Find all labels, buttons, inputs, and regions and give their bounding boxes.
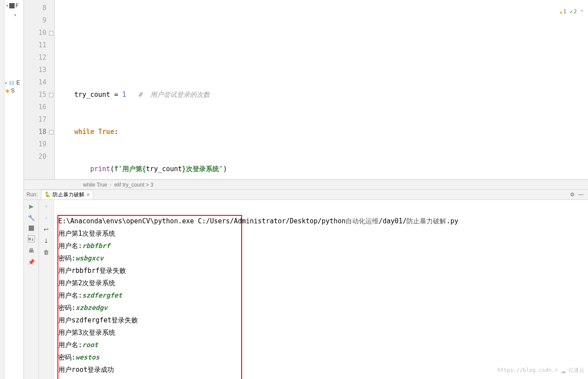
line-number[interactable]: 11 <box>24 39 54 51</box>
line-number[interactable]: 13 <box>24 64 54 76</box>
line-number[interactable]: 9 <box>24 14 54 27</box>
watermark-url: https://blog.csdn.r <box>497 364 558 376</box>
line-number[interactable]: 12 <box>24 51 54 64</box>
chevron-right-icon: ▸ <box>5 80 8 85</box>
breadcrumb-item[interactable]: elif try_count > 3 <box>114 182 153 188</box>
inspection-widget[interactable]: 1 2 ⌃ <box>560 5 584 18</box>
line-number[interactable]: 20 <box>24 150 54 163</box>
run-tool-header: Run: 🐍 防止暴力破解 ✕ ⚙ — <box>24 189 588 200</box>
project-tool-window[interactable]: ▾ F ▾ ▸ ⫿⫿ E ◆ S <box>4 0 24 379</box>
clear-icon[interactable]: 🗑 <box>43 249 50 256</box>
command-line: E:\Anaconda\envs\openCV\python.exe C:/Us… <box>58 217 459 225</box>
chevron-down-icon[interactable]: ▾ <box>6 4 8 8</box>
output-line: 用户第3次登录系统 <box>58 329 115 337</box>
pin-icon[interactable]: 📌 <box>28 258 35 265</box>
code-line[interactable]: print(f'用户第{try_count}次登录系统') <box>58 163 588 175</box>
weak-warning-count[interactable]: 2 <box>570 5 577 18</box>
up-icon[interactable]: ↑ <box>43 203 50 210</box>
line-number[interactable]: 8 <box>24 2 54 14</box>
output-line: 用户第1次登录系统 <box>58 230 115 237</box>
exit-code-icon[interactable]: ≡↓ <box>28 235 35 242</box>
run-label: Run: <box>27 191 38 198</box>
output-line: 用户名:szdfergfet <box>58 291 122 299</box>
gear-icon[interactable]: ⚙ <box>568 191 577 198</box>
run-toolbar-secondary: ↑ ↓ ↩ ⤓ 🗑 <box>39 200 54 379</box>
soft-wrap-icon[interactable]: ↩ <box>43 226 50 233</box>
line-number[interactable]: 10 <box>24 27 54 39</box>
wrench-icon[interactable]: 🔧 <box>28 214 35 221</box>
code-line[interactable]: try_count = 1 # 用户尝试登录的次数 <box>58 88 588 101</box>
run-toolbar-primary: ▶ 🔧 ≡↓ 🖶 📌 <box>24 200 39 379</box>
main-area: 8 9 10 11 12 13 14 15 16 17 18 19 20 1 2… <box>24 0 588 379</box>
tool-window-button[interactable]: ▸ ⫿⫿ E <box>4 80 23 86</box>
output-line: 密码:westos <box>58 353 99 361</box>
chevron-up-icon[interactable]: ⌃ <box>580 6 584 18</box>
line-number[interactable]: 14 <box>24 76 54 88</box>
chevron-right-icon: › <box>110 182 112 188</box>
breadcrumb[interactable]: while True › elif try_count > 3 <box>24 180 588 189</box>
down-icon[interactable]: ↓ <box>43 214 50 221</box>
output-line: 密码:wsbgxcv <box>58 254 103 262</box>
minimize-icon[interactable]: — <box>577 191 585 198</box>
project-child-node[interactable]: ▾ <box>4 11 23 18</box>
console-output[interactable]: E:\Anaconda\envs\openCV\python.exe C:/Us… <box>54 200 588 379</box>
line-number-gutter[interactable]: 8 9 10 11 12 13 14 15 16 17 18 19 20 <box>24 0 55 179</box>
output-line: 用户rbbfbrf登录失败 <box>58 267 126 275</box>
output-line: 用户szdfergfet登录失败 <box>58 316 138 324</box>
tool-window-button-2[interactable]: ◆ S <box>4 88 23 94</box>
structure-label: E <box>16 80 20 86</box>
chevron-down-icon[interactable]: ▾ <box>14 13 16 17</box>
close-icon[interactable]: ✕ <box>86 192 90 198</box>
scroll-to-end-icon[interactable]: ⤓ <box>43 237 50 244</box>
watermark-logo-icon: ☁ <box>561 364 566 376</box>
python-icon: 🐍 <box>44 191 51 198</box>
output-line: 用户名:rbbfbrf <box>58 242 110 250</box>
line-number[interactable]: 17 <box>24 113 54 126</box>
run-body: ▶ 🔧 ≡↓ 🖶 📌 ↑ ↓ ↩ ⤓ 🗑 E:\Anaconda\envs\op… <box>24 200 588 379</box>
project-root-row[interactable]: ▾ F <box>4 2 23 10</box>
output-line: 用户第2次登录系统 <box>58 279 115 287</box>
left-gutter-bar <box>0 0 4 379</box>
line-number[interactable]: 18 <box>24 126 54 138</box>
watermark: https://blog.csdn.r ☁ 亿速云 <box>497 364 584 376</box>
line-number[interactable]: 19 <box>24 138 54 150</box>
breadcrumb-item[interactable]: while True <box>83 182 107 188</box>
watermark-brand: 亿速云 <box>569 364 584 376</box>
line-number[interactable]: 16 <box>24 101 54 113</box>
print-icon[interactable]: 🖶 <box>28 247 35 254</box>
folder-icon <box>9 3 15 8</box>
run-tab[interactable]: 🐍 防止暴力破解 ✕ <box>41 190 93 199</box>
code-line[interactable]: while True: <box>58 126 588 138</box>
run-tab-label: 防止暴力破解 <box>53 191 84 199</box>
code-area[interactable]: 1 2 ⌃ try_count = 1 # 用户尝试登录的次数 while Tr… <box>55 0 588 179</box>
code-line[interactable] <box>58 51 588 64</box>
line-number[interactable]: 15 <box>24 88 54 101</box>
service-icon: ◆ <box>5 88 9 94</box>
rerun-icon[interactable]: ▶ <box>28 203 35 210</box>
warning-count[interactable]: 1 <box>560 5 566 18</box>
service-label: S <box>11 88 15 94</box>
structure-icon: ⫿⫿ <box>9 80 15 86</box>
output-line: 用户名:root <box>58 341 98 349</box>
stop-icon[interactable] <box>29 226 34 231</box>
output-line: 密码:xzbzedgv <box>58 304 107 312</box>
editor: 8 9 10 11 12 13 14 15 16 17 18 19 20 1 2… <box>24 0 588 180</box>
project-root-label: F <box>15 3 19 9</box>
output-line: 用户root登录成功 <box>58 366 114 374</box>
